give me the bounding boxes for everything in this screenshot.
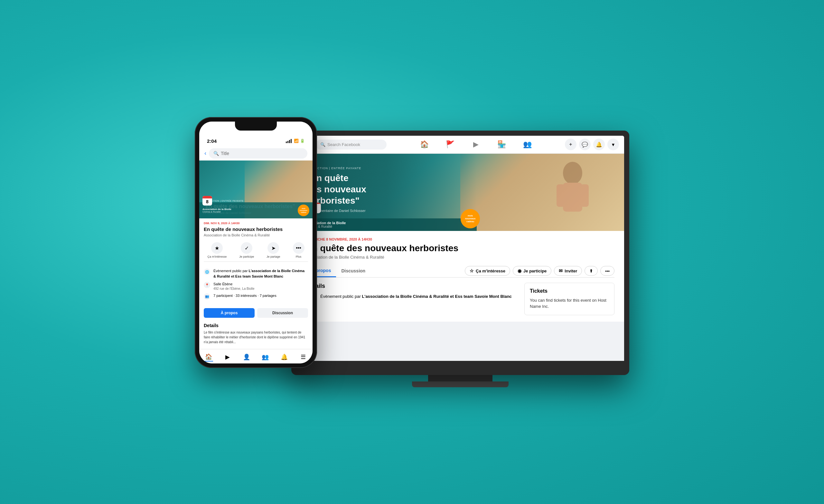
fb-nav-groups[interactable]: 👥 <box>519 137 535 152</box>
phone-nav-video[interactable]: ▶ <box>223 353 232 362</box>
phone-nav-home[interactable]: 🏠 <box>204 353 213 362</box>
phone-check-icon: ✓ <box>241 242 252 254</box>
btn-participate-label: Je participe <box>523 269 546 273</box>
phone-assoc-name: Association de la Biolle <box>202 208 231 211</box>
phone-globe-text: Évènement public par L'association de la… <box>213 268 308 279</box>
event-detail-globe-row: 🌐 Évènement public par L'association de … <box>306 293 519 303</box>
event-hero: PROJECTION | ENTRÉE PAYANTE "En quêtedes… <box>296 154 624 231</box>
btn-invite[interactable]: ✉ Inviter <box>554 266 582 276</box>
fb-nav-video[interactable]: ▶ <box>468 137 484 152</box>
more-icon: ••• <box>605 269 610 273</box>
share-icon: ⬆ <box>589 269 593 273</box>
btn-participate[interactable]: ◉ Je participe <box>513 266 551 276</box>
phone-event-badge: PROJECTION | ENTRÉE PAYANTE <box>203 200 309 202</box>
monitor-frame: f 🔍 Search Facebook 🏠 🚩 ▶ 🏪 👥 + <box>291 131 629 375</box>
svg-rect-1 <box>563 183 582 212</box>
phone-location-text: Salle Ébène 492 rue de l'Ébène, La Bioll… <box>213 281 254 290</box>
phone-location-address: 492 rue de l'Ébène, La Biolle <box>213 287 254 290</box>
phone-bottom-nav: 🏠 ▶ 👤 👥 🔔 ☰ <box>199 349 313 363</box>
phone-orange-badge: moisnouveauxcadeau <box>298 205 309 216</box>
event-content: PROJECTION | ENTRÉE PAYANTE "En quêtedes… <box>296 154 624 361</box>
phone-nav-notifications[interactable]: 🔔 <box>280 353 289 362</box>
phone-btn-more[interactable]: ••• Plus <box>293 242 305 258</box>
monitor-stand-top <box>428 375 493 381</box>
phone-details-heading: Details <box>204 323 308 328</box>
event-orange-badge: moisnouveauxcadeau <box>460 209 480 228</box>
phone-nav-menu[interactable]: ☰ <box>299 353 308 362</box>
phone-detail-globe-row: 🌐 Évènement public par L'association de … <box>204 268 308 279</box>
fb-search-bar[interactable]: 🔍 Search Facebook <box>316 140 387 149</box>
phone-nav-groups[interactable]: 👥 <box>261 353 270 362</box>
monitor-screen: f 🔍 Search Facebook 🏠 🚩 ▶ 🏪 👥 + <box>296 136 624 361</box>
svg-rect-3 <box>581 184 589 207</box>
phone-search-input[interactable]: 🔍 Title <box>209 148 307 158</box>
phone-star-icon: ★ <box>211 242 223 254</box>
star-icon: ☆ <box>470 268 474 273</box>
phone-search-icon: 🔍 <box>213 151 219 156</box>
event-person-image <box>460 154 624 231</box>
phone-btn-participate-label: Je participe <box>239 255 254 258</box>
monitor-wrapper: f 🔍 Search Facebook 🏠 🚩 ▶ 🏪 👥 + <box>291 131 629 387</box>
btn-more[interactable]: ••• <box>600 266 614 276</box>
phone-back-button[interactable]: ‹ <box>204 150 206 157</box>
tab-discussion[interactable]: Discussion <box>336 265 371 277</box>
phone-btn-interested[interactable]: ★ Ça m'intéresse <box>207 242 227 258</box>
phone-btn-more-label: Plus <box>296 255 302 258</box>
scene: 2:04 📶 🔋 ‹ <box>195 117 629 387</box>
event-tickets-title: Tickets <box>530 288 609 294</box>
phone-event-bottom-strip: Association de la Biolle Cinéma & Rurali… <box>199 202 313 218</box>
fb-search-icon: 🔍 <box>320 142 325 147</box>
event-orange-badge-text: moisnouveauxcadeau <box>465 214 476 223</box>
event-tickets-text: You can find tickets for this event on H… <box>530 297 609 310</box>
phone-location-icon: 📍 <box>204 282 210 288</box>
phone-people-icon: 👥 <box>204 293 210 300</box>
phone-btn-participate[interactable]: ✓ Je participe <box>239 242 254 258</box>
phone-search-value: Title <box>221 151 229 156</box>
phone-stats-text: 7 participent · 33 intéressés · 7 partag… <box>213 293 277 298</box>
event-tickets-col: Tickets You can find tickets for this ev… <box>524 283 614 315</box>
event-main: DIMANCHE 8 NOVMBRE, 2020 À 14H30 En quêt… <box>296 231 624 322</box>
phone-nav-profile[interactable]: 👤 <box>242 353 251 362</box>
monitor-stand-bottom <box>412 381 509 387</box>
phone-btn-share[interactable]: ➤ Je partage <box>267 242 280 258</box>
event-body: Détails 🌐 Évènement public par L'associa… <box>306 283 614 315</box>
phone-details-section: 🌐 Évènement public par L'association de … <box>199 265 313 305</box>
phone-event-org: Association de la Biolle Cinéma & Rurali… <box>204 233 308 237</box>
fb-btn-plus[interactable]: + <box>565 139 577 150</box>
event-details-col: Détails 🌐 Évènement public par L'associa… <box>306 283 519 315</box>
check-circle-icon: ◉ <box>518 268 521 273</box>
phone-event-title: En quête de nouveaux herboristes <box>204 226 308 233</box>
event-title-main: En quête des nouveaux herboristes <box>306 243 614 253</box>
fb-btn-dropdown[interactable]: ▾ <box>607 139 619 150</box>
phone-btn-share-label: Je partage <box>267 255 280 258</box>
svg-rect-2 <box>556 184 564 207</box>
fb-nav-shop[interactable]: 🏪 <box>494 137 509 152</box>
phone-wrapper: 2:04 📶 🔋 ‹ <box>195 117 317 368</box>
fb-right-icons: + 💬 🔔 ▾ <box>565 139 619 150</box>
fb-btn-notifications[interactable]: 🔔 <box>593 139 605 150</box>
phone-more-icon: ••• <box>293 242 305 254</box>
phone-search-bar: ‹ 🔍 Title <box>199 146 313 160</box>
btn-interested[interactable]: ☆ Ça m'intéresse <box>465 266 510 276</box>
phone-globe-icon: 🌐 <box>204 269 210 275</box>
phone-tab-about[interactable]: À propos <box>204 308 254 318</box>
event-globe-text: Évènement public par L'association de la… <box>320 293 512 300</box>
fb-btn-messenger[interactable]: 💬 <box>579 139 591 150</box>
phone-signal-icons: 📶 🔋 <box>286 139 305 143</box>
btn-share[interactable]: ⬆ <box>585 266 598 276</box>
phone-tab-discussion[interactable]: Discussion <box>257 308 308 318</box>
fb-nav-home[interactable]: 🏠 <box>416 137 432 152</box>
phone-event-date: DIM. NOV 8, 2020 À 14H30 <box>204 222 308 225</box>
event-action-buttons: ☆ Ça m'intéresse ◉ Je participe ✉ Invite… <box>465 266 614 276</box>
fb-search-placeholder: Search Facebook <box>327 142 360 147</box>
event-org-line: Association de la Biolle Cinéma & Rurali… <box>306 255 614 260</box>
phone-details-body: Le film s'intéresse aux nouveaux paysans… <box>204 330 308 345</box>
btn-invite-label: Inviter <box>564 269 577 273</box>
event-hero-title: "En quêtedes nouveauxherboristes" <box>306 172 467 206</box>
fb-nav-icons: 🏠 🚩 ▶ 🏪 👥 <box>389 137 562 152</box>
fb-nav-flag[interactable]: 🚩 <box>442 137 458 152</box>
phone-btn-interested-label: Ça m'intéresse <box>207 255 227 258</box>
phone-detail-location-row: 📍 Salle Ébène 492 rue de l'Ébène, La Bio… <box>204 281 308 290</box>
event-hero-subtitle: Un documentaire de Daniel Schlosser <box>306 209 467 213</box>
event-date-line: DIMANCHE 8 NOVMBRE, 2020 À 14H30 <box>306 237 614 241</box>
